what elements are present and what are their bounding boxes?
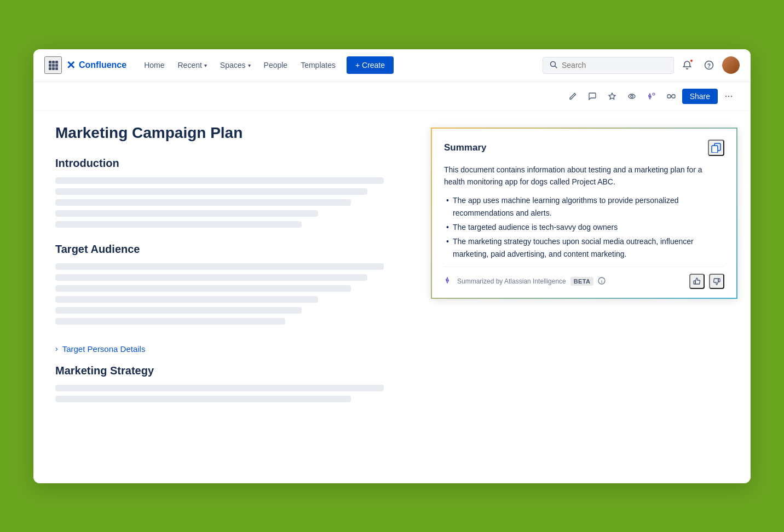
user-avatar[interactable] — [722, 56, 740, 74]
recent-chevron-icon: ▾ — [204, 62, 207, 68]
thumbs-down-button[interactable] — [709, 274, 724, 289]
summary-bullet-3: The marketing strategy touches upon soci… — [444, 235, 724, 260]
introduction-heading: Introduction — [55, 157, 384, 170]
marketing-strategy-content — [55, 385, 384, 402]
summary-bullet-1: The app uses machine learning algorithms… — [444, 194, 724, 219]
summary-card-inner: Summary This document contains informati… — [432, 129, 736, 298]
svg-rect-7 — [52, 67, 55, 70]
search-input[interactable] — [562, 61, 667, 70]
svg-point-13 — [629, 94, 635, 99]
star-icon[interactable] — [603, 88, 621, 105]
copy-button[interactable] — [708, 140, 724, 156]
target-audience-heading: Target Audience — [55, 243, 384, 256]
placeholder-line — [55, 274, 367, 281]
avatar-image — [722, 56, 740, 74]
nav-links: Home Recent ▾ Spaces ▾ People Templates — [137, 56, 342, 74]
placeholder-line — [55, 285, 351, 292]
beta-badge: BETA — [570, 277, 593, 286]
grid-icon[interactable] — [44, 56, 62, 74]
comment-icon[interactable] — [584, 88, 601, 105]
content-toolbar: Share ··· — [33, 82, 751, 111]
svg-rect-0 — [49, 61, 51, 63]
placeholder-line — [55, 263, 384, 270]
edit-icon[interactable] — [564, 88, 581, 105]
placeholder-line — [55, 385, 384, 391]
logo-icon: ✕ — [66, 59, 76, 72]
svg-rect-3 — [49, 64, 51, 67]
svg-text:i: i — [601, 279, 602, 284]
svg-rect-2 — [55, 61, 58, 63]
placeholder-line — [55, 210, 318, 217]
logo-text: Confluence — [79, 60, 126, 70]
nav-people[interactable]: People — [257, 56, 295, 74]
more-options-button[interactable]: ··· — [720, 88, 737, 105]
search-icon — [550, 61, 557, 70]
svg-rect-16 — [667, 95, 671, 98]
svg-text:?: ? — [707, 63, 711, 69]
summary-footer-left: Summarized by Atlassian Intelligence BET… — [444, 276, 606, 287]
summary-title: Summary — [444, 142, 486, 153]
placeholder-line — [55, 221, 302, 228]
atlassian-intelligence-icon — [444, 276, 453, 287]
navbar-right: ? — [543, 56, 740, 74]
svg-rect-5 — [55, 64, 58, 67]
placeholder-line — [55, 307, 302, 314]
target-persona-collapsible[interactable]: › Target Persona Details — [55, 340, 384, 358]
placeholder-line — [55, 177, 384, 184]
marketing-strategy-heading: Marketing Strategy — [55, 365, 384, 377]
collapsible-chevron-icon: › — [55, 344, 58, 353]
nav-recent[interactable]: Recent ▾ — [171, 56, 213, 74]
placeholder-line — [55, 396, 351, 402]
spaces-chevron-icon: ▾ — [248, 62, 251, 68]
svg-rect-4 — [52, 64, 55, 67]
svg-rect-24 — [718, 279, 720, 282]
ai-icon[interactable] — [643, 88, 660, 105]
help-button[interactable]: ? — [700, 56, 718, 74]
svg-rect-6 — [49, 67, 51, 70]
summary-card: Summary This document contains informati… — [431, 128, 737, 299]
notifications-button[interactable] — [678, 56, 696, 74]
document-area: Marketing Campaign Plan Introduction Tar… — [55, 124, 384, 461]
introduction-content — [55, 177, 384, 228]
placeholder-line — [55, 199, 351, 206]
svg-rect-17 — [672, 95, 675, 98]
collapsible-label: Target Persona Details — [62, 344, 146, 354]
summary-bullets: The app uses machine learning algorithms… — [444, 194, 724, 260]
summary-bullet-2: The targeted audience is tech-savvy dog … — [444, 221, 724, 233]
create-button[interactable]: + Create — [347, 56, 394, 74]
nav-spaces[interactable]: Spaces ▾ — [214, 56, 257, 74]
placeholder-line — [55, 296, 318, 303]
summary-footer: Summarized by Atlassian Intelligence BET… — [444, 267, 724, 289]
thumbs-up-button[interactable] — [689, 274, 705, 289]
search-bar[interactable] — [543, 57, 674, 74]
placeholder-line — [55, 188, 367, 195]
nav-templates[interactable]: Templates — [294, 56, 342, 74]
summarized-by-text: Summarized by Atlassian Intelligence — [457, 277, 566, 285]
svg-point-15 — [653, 93, 655, 95]
link-icon[interactable] — [662, 88, 680, 105]
share-button[interactable]: Share — [682, 89, 718, 104]
navbar: ✕ Confluence Home Recent ▾ Spaces ▾ Peop… — [33, 49, 751, 82]
svg-rect-1 — [52, 61, 55, 63]
main-content: Marketing Campaign Plan Introduction Tar… — [33, 111, 751, 483]
notification-dot — [689, 59, 694, 63]
info-icon[interactable]: i — [598, 277, 606, 286]
svg-rect-20 — [712, 146, 718, 153]
svg-point-14 — [631, 95, 633, 97]
summary-header: Summary — [444, 140, 724, 156]
svg-rect-23 — [694, 281, 695, 284]
browser-window: ✕ Confluence Home Recent ▾ Spaces ▾ Peop… — [33, 49, 751, 483]
page-title: Marketing Campaign Plan — [55, 124, 384, 142]
watch-icon[interactable] — [623, 88, 641, 105]
placeholder-line — [55, 318, 285, 325]
svg-line-10 — [555, 66, 557, 68]
nav-home[interactable]: Home — [137, 56, 171, 74]
confluence-logo[interactable]: ✕ Confluence — [66, 59, 126, 72]
feedback-icons — [689, 274, 724, 289]
svg-rect-8 — [55, 67, 58, 70]
summary-body: This document contains information about… — [444, 164, 724, 188]
target-audience-content — [55, 263, 384, 325]
